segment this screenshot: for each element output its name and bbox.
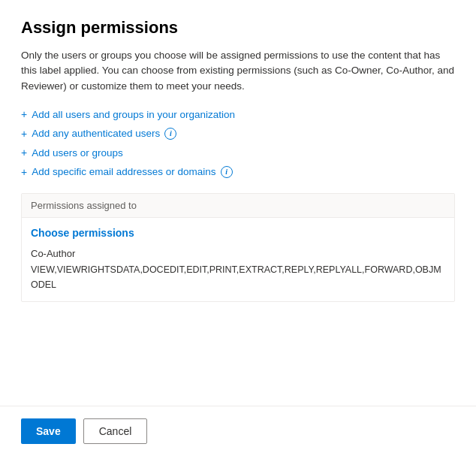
role-name: Co-Author	[31, 246, 445, 261]
save-button[interactable]: Save	[21, 418, 76, 444]
permissions-body: Choose permissions Co-Author VIEW,VIEWRI…	[22, 218, 454, 301]
info-icon-email[interactable]: i	[221, 166, 233, 178]
add-all-users-link[interactable]: Add all users and groups in your organiz…	[32, 109, 235, 120]
add-authenticated-item[interactable]: + Add any authenticated users i	[21, 128, 455, 140]
plus-icon-email: +	[21, 167, 27, 177]
main-container: Assign permissions Only the users or gro…	[0, 0, 476, 385]
permissions-detail: Co-Author VIEW,VIEWRIGHTSDATA,DOCEDIT,ED…	[31, 246, 445, 292]
plus-icon-all-users: +	[21, 109, 27, 119]
footer: Save Cancel	[0, 406, 476, 456]
add-email-link[interactable]: Add specific email addresses or domains	[32, 166, 215, 177]
add-all-users-item[interactable]: + Add all users and groups in your organ…	[21, 109, 455, 120]
info-icon-authenticated[interactable]: i	[164, 128, 176, 140]
choose-permissions-link[interactable]: Choose permissions	[31, 227, 134, 239]
add-email-item[interactable]: + Add specific email addresses or domain…	[21, 166, 455, 178]
add-users-groups-item[interactable]: + Add users or groups	[21, 147, 455, 159]
plus-icon-users-groups: +	[21, 147, 27, 158]
permissions-table: Permissions assigned to Choose permissio…	[21, 193, 455, 302]
permissions-header: Permissions assigned to	[22, 194, 454, 218]
cancel-button[interactable]: Cancel	[83, 418, 148, 444]
main-content: Assign permissions Only the users or gro…	[21, 18, 455, 367]
add-links-section: + Add all users and groups in your organ…	[21, 109, 455, 178]
add-users-groups-link[interactable]: Add users or groups	[32, 147, 123, 159]
page-description: Only the users or groups you choose will…	[21, 48, 455, 94]
plus-icon-authenticated: +	[21, 128, 27, 139]
page-title: Assign permissions	[21, 18, 455, 38]
add-authenticated-link[interactable]: Add any authenticated users	[32, 128, 160, 139]
permissions-list: VIEW,VIEWRIGHTSDATA,DOCEDIT,EDIT,PRINT,E…	[31, 264, 441, 290]
